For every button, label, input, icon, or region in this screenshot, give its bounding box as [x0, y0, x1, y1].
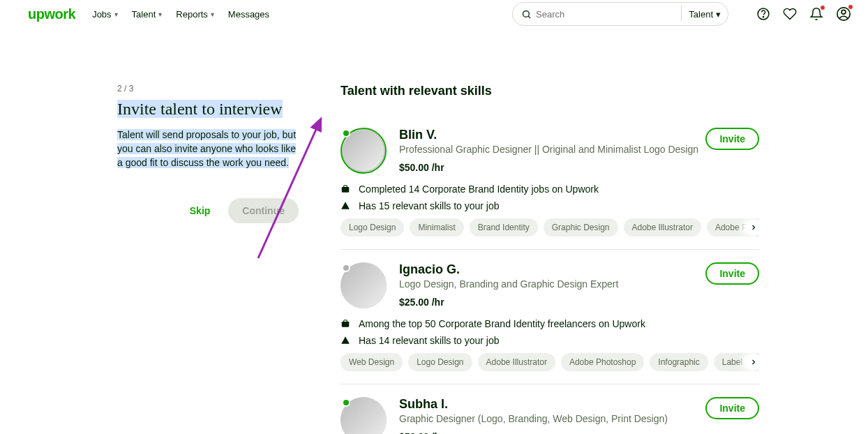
chevron-down-icon: ▾ [211, 10, 214, 18]
avatar[interactable] [341, 397, 387, 434]
avatar-icon[interactable] [836, 6, 851, 22]
skill-chip[interactable]: Infographic [650, 353, 708, 371]
search-input[interactable] [536, 9, 677, 20]
presence-indicator [342, 398, 350, 407]
invite-button[interactable]: Invite [705, 397, 759, 419]
nav-talent[interactable]: Talent▾ [132, 9, 163, 20]
chevron-down-icon: ▾ [716, 9, 721, 20]
talent-name[interactable]: Blin V. [399, 128, 698, 142]
section-title: Talent with relevant skills [341, 84, 759, 98]
talent-title: Graphic Designer (Logo, Branding, Web De… [399, 413, 668, 424]
talent-list: Talent with relevant skills Blin V.Profe… [341, 84, 759, 434]
talent-name[interactable]: Ignacio G. [399, 262, 618, 277]
logo[interactable]: upwork [28, 6, 75, 22]
avatar[interactable] [341, 128, 387, 174]
talent-title: Logo Design, Branding and Graphic Design… [399, 278, 618, 290]
meta-icon [341, 319, 350, 329]
skill-chip[interactable]: Web Design [341, 353, 403, 371]
search-icon [521, 9, 532, 20]
svg-rect-8 [342, 322, 350, 327]
presence-indicator [342, 264, 350, 272]
bell-icon[interactable] [809, 7, 823, 21]
main-nav: Jobs▾ Talent▾ Reports▾ Messages [92, 9, 269, 20]
talent-rate: $25.00 /hr [399, 297, 618, 308]
chevron-down-icon: ▾ [114, 10, 118, 18]
search-scope-select[interactable]: Talent▾ [681, 6, 721, 22]
talent-card: Blin V.Professional Graphic Designer || … [341, 115, 759, 250]
wizard-panel: 2 / 3 Invite talent to interview Talent … [117, 84, 299, 434]
main-header: upwork Jobs▾ Talent▾ Reports▾ Messages T… [0, 0, 868, 28]
talent-name[interactable]: Subha I. [399, 397, 668, 412]
skills-row: Logo DesignMinimalistBrand IdentityGraph… [341, 218, 759, 237]
svg-point-0 [523, 10, 530, 17]
meta-icon [341, 336, 350, 345]
heart-icon[interactable] [783, 7, 797, 21]
notification-badge [820, 5, 825, 10]
skills-scroll-right[interactable] [745, 354, 759, 371]
skill-chip[interactable]: Adobe Illustrator [624, 218, 701, 237]
invite-button[interactable]: Invite [705, 262, 759, 285]
main-container: 2 / 3 Invite talent to interview Talent … [0, 28, 868, 434]
nav-jobs[interactable]: Jobs▾ [92, 9, 117, 20]
talent-meta: Completed 14 Corporate Brand Identity jo… [341, 184, 759, 195]
skills-row: Web DesignLogo DesignAdobe IllustratorAd… [341, 353, 759, 371]
skill-chip[interactable]: Adobe Illustrator [478, 353, 555, 371]
skill-chip[interactable]: Brand Identity [470, 218, 538, 237]
svg-line-1 [528, 16, 530, 18]
talent-card: Subha I.Graphic Designer (Logo, Branding… [341, 384, 759, 434]
avatar[interactable] [341, 262, 387, 308]
step-indicator: 2 / 3 [117, 84, 299, 93]
help-icon[interactable] [756, 7, 770, 21]
presence-indicator [342, 129, 350, 137]
talent-title: Professional Graphic Designer || Origina… [399, 144, 698, 155]
wizard-description: Talent will send proposals to your job, … [117, 128, 299, 170]
meta-icon [341, 184, 350, 194]
svg-point-5 [841, 10, 846, 14]
skill-chip[interactable]: Adobe Photoshop [561, 353, 644, 371]
talent-meta: Among the top 50 Corporate Brand Identit… [341, 318, 759, 329]
talent-rate: $50.00 /hr [399, 431, 668, 434]
skill-chip[interactable]: Minimalist [410, 218, 463, 237]
continue-button: Continue [228, 198, 299, 223]
skip-button[interactable]: Skip [179, 198, 222, 223]
skill-chip[interactable]: Logo Design [341, 218, 404, 237]
talent-meta: Has 15 relevant skills to your job [341, 200, 759, 211]
talent-meta: Has 14 relevant skills to your job [341, 335, 759, 346]
nav-reports[interactable]: Reports▾ [176, 9, 214, 20]
wizard-headline: Invite talent to interview [117, 99, 299, 119]
search-bar[interactable]: Talent▾ [512, 2, 728, 26]
nav-messages[interactable]: Messages [228, 9, 269, 20]
account-badge [848, 4, 853, 10]
skill-chip[interactable]: Graphic Design [544, 218, 618, 237]
skills-scroll-right[interactable] [745, 219, 759, 236]
meta-icon [341, 201, 350, 211]
invite-button[interactable]: Invite [705, 128, 759, 150]
chevron-down-icon: ▾ [158, 10, 162, 18]
svg-rect-7 [342, 187, 350, 193]
svg-point-3 [763, 17, 763, 17]
talent-card: Ignacio G.Logo Design, Branding and Grap… [341, 250, 759, 384]
talent-rate: $50.00 /hr [399, 162, 698, 173]
skill-chip[interactable]: Logo Design [408, 353, 472, 371]
